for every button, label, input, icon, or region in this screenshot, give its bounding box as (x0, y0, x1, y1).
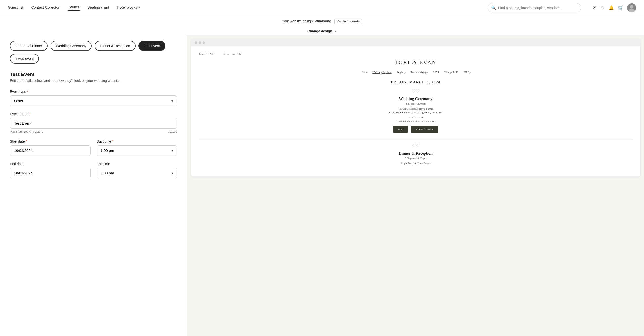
char-count-row: Maximum 100 characters 10/100 (10, 130, 177, 133)
event-name-label: Event name * (10, 112, 177, 116)
preview-browser: March 8, 2025 Georgetown, TN TORI & EVAN… (191, 39, 640, 177)
event-type-label: Event type * (10, 90, 177, 93)
preview-nav-travel: Travel / Voyage (411, 71, 428, 74)
nav-guest-list[interactable]: Guest list (8, 5, 24, 10)
tab-test-event[interactable]: Test Event (138, 41, 165, 51)
start-row: Start date * Start time * (10, 139, 177, 162)
add-event-button[interactable]: + Add event (10, 54, 39, 64)
tab-dinner-reception[interactable]: Dinner & Reception (94, 41, 135, 51)
tab-wedding-ceremony[interactable]: Wedding Ceremony (50, 41, 92, 51)
event-tabs: Rehearsal Dinner Wedding Ceremony Dinner… (10, 41, 177, 64)
preview-dinner-name: Dinner & Reception (199, 151, 632, 156)
nav-hotel-blocks[interactable]: Hotel blocks ↗ (117, 5, 141, 10)
preview-couple-name: TORI & EVAN (199, 59, 632, 66)
end-date-group: End date (10, 162, 91, 178)
preview-ceremony-buttons: Map Add to calendar (199, 126, 632, 133)
nav-seating-chart[interactable]: Seating chart (88, 5, 109, 10)
form-section: Test Event Edit the details below, and s… (10, 72, 177, 184)
search-bar: 🔍 (488, 3, 581, 12)
end-date-col: End date (10, 162, 91, 184)
nav-contact-collector[interactable]: Contact Collector (31, 5, 60, 10)
preview-hearts-1: ♡♡ (199, 88, 632, 94)
svg-point-1 (630, 5, 634, 9)
browser-dot-3 (202, 42, 205, 44)
left-panel: Rehearsal Dinner Wedding Ceremony Dinner… (0, 35, 187, 336)
preview-dinner-venue: Apple Barn at Howe Farms (199, 161, 632, 164)
preview-location: Georgetown, TN (223, 52, 241, 55)
start-time-select-wrapper: 6:00 pm 6:30 pm 7:00 pm ▾ (96, 145, 178, 156)
preview-nav-faqs: FAQs (464, 71, 470, 74)
preview-nav-wedding-day: Wedding day info (372, 71, 392, 74)
required-marker-name: * (29, 112, 30, 116)
form-subtitle: Edit the details below, and see how they… (10, 79, 177, 83)
char-count: 10/100 (168, 130, 177, 133)
visible-badge: Visible to guests (334, 19, 362, 24)
event-type-select[interactable]: Rehearsal Dinner Wedding Ceremony Dinner… (10, 95, 177, 106)
preview-divider (199, 139, 632, 139)
preview-nav-home: Home (361, 71, 367, 74)
end-date-input[interactable] (10, 168, 91, 178)
browser-dot-2 (198, 42, 201, 44)
event-type-group: Event type * Rehearsal Dinner Wedding Ce… (10, 90, 177, 106)
form-title: Test Event (10, 72, 177, 77)
preview-map-button[interactable]: Map (393, 126, 408, 133)
preview-nav-rsvp: RSVP (432, 71, 440, 74)
search-icon: 🔍 (491, 6, 496, 10)
event-name-input[interactable] (10, 118, 177, 128)
search-input[interactable] (498, 6, 578, 10)
event-type-select-wrapper: Rehearsal Dinner Wedding Ceremony Dinner… (10, 95, 177, 106)
nav-links: Guest list Contact Collector Events Seat… (8, 5, 141, 11)
preview-site-nav: Home Wedding day info Registry Travel / … (199, 71, 632, 74)
end-time-col: End time 6:30 pm 7:00 pm 7:30 pm ▾ (96, 162, 178, 184)
preview-ceremony-venue: The Apple Barn at Howe Farms (199, 107, 632, 110)
website-banner: Your website design: Windsong Visible to… (0, 16, 644, 27)
end-time-group: End time 6:30 pm 7:00 pm 7:30 pm ▾ (96, 162, 178, 178)
browser-dot-1 (195, 42, 197, 44)
nav-events[interactable]: Events (68, 5, 80, 11)
mail-icon[interactable]: ✉ (593, 5, 597, 11)
preview-nav-registry: Registry (396, 71, 406, 74)
start-time-col: Start time * 6:00 pm 6:30 pm 7:00 pm ▾ (96, 139, 178, 162)
end-time-label: End time (96, 162, 178, 166)
required-marker: * (27, 90, 28, 93)
preview-ceremony-address[interactable]: 10827 Howe Farms Way, Georgetown, TN 373… (199, 111, 632, 114)
preview-date: March 8, 2025 (199, 52, 215, 55)
external-link-icon: ↗ (138, 6, 141, 9)
preview-event-dinner-reception: Dinner & Reception 5:30 pm - 10:30 pm Ap… (199, 151, 632, 164)
preview-nav-things-to-do: Things To Do (444, 71, 460, 74)
tab-rehearsal-dinner[interactable]: Rehearsal Dinner (10, 41, 48, 51)
end-date-label: End date (10, 162, 91, 166)
bell-icon[interactable]: 🔔 (608, 5, 614, 11)
start-time-label: Start time * (96, 139, 178, 143)
cart-icon[interactable]: 🛒 (618, 5, 623, 11)
preview-calendar-button[interactable]: Add to calendar (411, 126, 438, 133)
preview-dinner-time: 5:30 pm - 10:30 pm (199, 157, 632, 159)
end-time-select-wrapper: 6:30 pm 7:00 pm 7:30 pm ▾ (96, 168, 178, 178)
preview-content: March 8, 2025 Georgetown, TN TORI & EVAN… (191, 46, 640, 177)
heart-icon[interactable]: ♡ (601, 5, 604, 11)
start-date-label: Start date * (10, 139, 91, 143)
avatar[interactable] (627, 4, 636, 12)
start-time-group: Start time * 6:00 pm 6:30 pm 7:00 pm ▾ (96, 139, 178, 156)
nav-icons: ✉ ♡ 🔔 🛒 (593, 4, 636, 12)
preview-ceremony-name: Wedding Ceremony (199, 97, 632, 101)
preview-ceremony-time: 4:30 pm - 5:00 pm (199, 102, 632, 105)
event-name-group: Event name * Maximum 100 characters 10/1… (10, 112, 177, 133)
end-time-select[interactable]: 6:30 pm 7:00 pm 7:30 pm (96, 168, 178, 178)
preview-event-date: FRIDAY, MARCH 8, 2024 (199, 80, 632, 84)
main-layout: Rehearsal Dinner Wedding Ceremony Dinner… (0, 35, 644, 336)
preview-event-wedding-ceremony: Wedding Ceremony 4:30 pm - 5:00 pm The A… (199, 97, 632, 133)
preview-ceremony-attire: Cocktail attire (199, 116, 632, 119)
browser-chrome (191, 39, 640, 46)
preview-ceremony-note: The ceremony will be held indoors. (199, 120, 632, 123)
preview-hearts-2: ♡♡ (199, 143, 632, 148)
char-max-label: Maximum 100 characters (10, 130, 43, 133)
start-date-group: Start date * (10, 139, 91, 156)
preview-meta: March 8, 2025 Georgetown, TN (199, 52, 632, 55)
start-date-input[interactable] (10, 145, 91, 156)
change-design-link[interactable]: Change design → (0, 27, 644, 35)
start-time-select[interactable]: 6:00 pm 6:30 pm 7:00 pm (96, 145, 178, 156)
top-nav: Guest list Contact Collector Events Seat… (0, 0, 644, 16)
right-panel: March 8, 2025 Georgetown, TN TORI & EVAN… (187, 35, 644, 336)
end-row: End date End time 6:30 pm 7:00 pm (10, 162, 177, 184)
